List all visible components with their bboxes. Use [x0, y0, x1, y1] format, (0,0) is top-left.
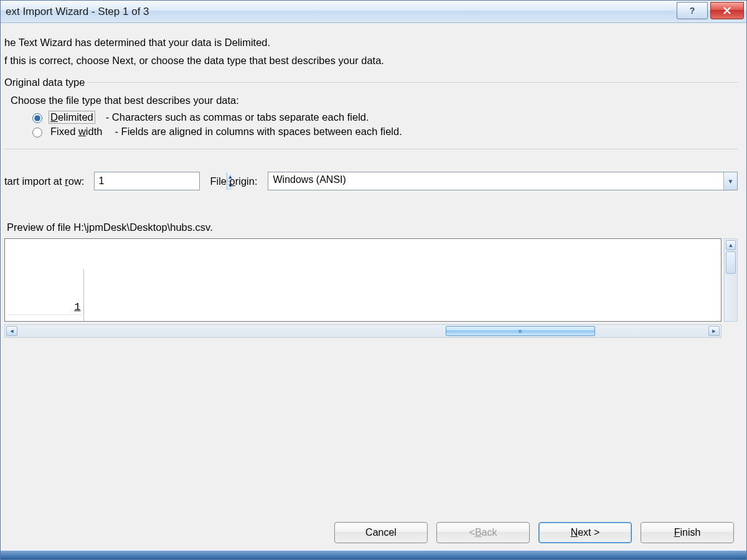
scroll-thumb-vertical[interactable] — [726, 251, 736, 274]
svg-text:?: ? — [690, 6, 695, 16]
preview-label: Preview of file H:\jpmDesk\Desktop\hubs.… — [7, 222, 738, 233]
intro-text-2: f this is correct, choose Next, or choos… — [4, 55, 738, 67]
dialog-buttons: Cancel < Back Next > Finish — [334, 522, 734, 543]
radio-fixed-label[interactable]: Fixed width — [49, 126, 103, 138]
window-title: ext Import Wizard - Step 1 of 3 — [6, 6, 149, 18]
scroll-track-horizontal[interactable]: ≡ — [17, 326, 708, 336]
line-number: 1 — [6, 300, 82, 315]
radio-fixed-desc: - Fields are aligned in columns with spa… — [115, 126, 402, 138]
radio-row-fixed: Fixed width - Fields are aligned in colu… — [29, 126, 738, 138]
settings-row: tart import at row: ▲ ▼ File origin: Win… — [4, 172, 738, 190]
help-button[interactable]: ? — [677, 2, 708, 19]
next-button[interactable]: Next > — [538, 522, 632, 543]
start-row-spinner[interactable]: ▲ ▼ — [94, 172, 200, 190]
radio-delimited-label[interactable]: Delimited — [49, 111, 95, 123]
finish-button[interactable]: Finish — [641, 522, 734, 543]
group-legend: Original data type — [4, 77, 87, 88]
radio-row-delimited: Delimited - Characters such as commas or… — [29, 111, 738, 123]
file-origin-combo[interactable]: Windows (ANSI) ▼ — [268, 172, 738, 190]
group-desc: Choose the file type that best describes… — [11, 95, 738, 106]
window-buttons: ? — [677, 1, 746, 19]
preview-line — [85, 300, 549, 315]
preview-lines: ws Server 2003 and 2008","Published","85… — [84, 269, 550, 322]
back-button: < Back — [436, 522, 530, 543]
preview-box: 1 2 3 4 5 ws Server 2003 and 2008","Publ… — [4, 238, 721, 322]
horizontal-scrollbar[interactable]: ◄ ≡ ► — [4, 324, 721, 338]
radio-delimited-desc: - Characters such as commas or tabs sepa… — [106, 111, 369, 123]
close-button[interactable] — [710, 2, 744, 19]
scroll-right-icon[interactable]: ► — [708, 326, 720, 336]
grip-icon: ≡ — [519, 328, 523, 335]
scroll-up-icon[interactable]: ▲ — [726, 240, 736, 250]
title-bar[interactable]: ext Import Wizard - Step 1 of 3 ? — [1, 1, 746, 23]
chevron-down-icon[interactable]: ▼ — [723, 172, 737, 190]
vertical-scrollbar[interactable]: ▲ — [724, 238, 738, 322]
file-origin-label: File origin: — [210, 175, 257, 187]
bottom-border — [1, 551, 746, 559]
help-icon: ? — [687, 6, 697, 16]
scroll-left-icon[interactable]: ◄ — [6, 326, 17, 336]
text-import-wizard-dialog: ext Import Wizard - Step 1 of 3 ? he Tex… — [0, 0, 747, 560]
scroll-thumb-horizontal[interactable]: ≡ — [446, 326, 595, 336]
radio-fixed-width[interactable] — [32, 128, 42, 138]
start-row-input[interactable] — [95, 172, 227, 190]
close-icon — [723, 6, 731, 15]
preview-gutter: 1 2 3 4 5 — [5, 269, 84, 322]
radio-delimited[interactable] — [32, 113, 42, 123]
cancel-button[interactable]: Cancel — [334, 522, 428, 543]
intro-text-1: he Text Wizard has determined that your … — [4, 37, 738, 49]
start-row-label: tart import at row: — [4, 175, 84, 187]
original-data-type-group: Original data type Choose the file type … — [4, 77, 738, 149]
file-origin-value: Windows (ANSI) — [268, 172, 723, 190]
